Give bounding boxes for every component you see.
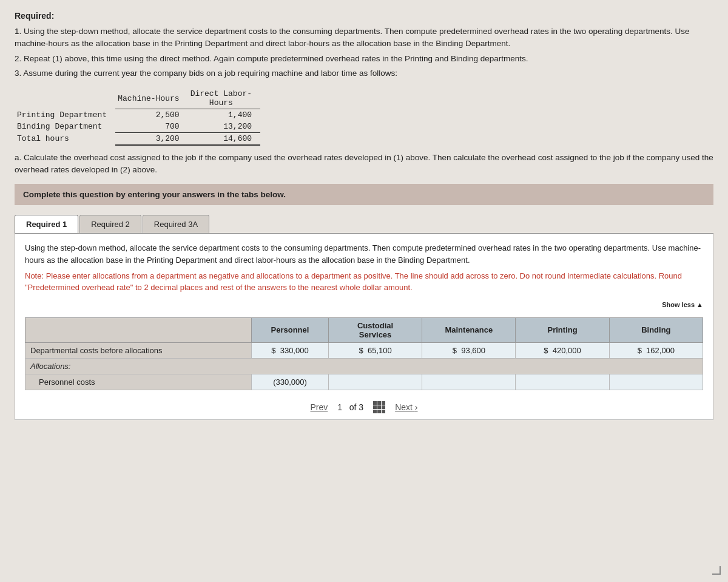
alloc-col-header-printing: Printing [516,317,609,342]
personnel-costs-maintenance[interactable] [422,374,516,390]
row-label-binding: Binding Department [15,121,115,133]
tab-description: Using the step-down method, allocate the… [25,242,703,266]
show-less-button[interactable]: Show less ▲ [25,296,703,311]
job-table-header: Machine-Hours Direct Labor-Hours [15,88,260,109]
printing-labor-hours: 1,400 [188,109,260,121]
corner-decoration [712,566,721,575]
personnel-costs-binding[interactable] [609,374,703,390]
personnel-printing-input[interactable] [538,377,587,387]
personnel-costs-personnel: (330,000) [251,374,328,390]
binding-machine-hours: 700 [115,121,187,133]
job-row-printing: Printing Department 2,500 1,400 [15,109,260,121]
col-direct-labor: Direct Labor-Hours [188,88,260,109]
dept-costs-label: Departmental costs before allocations [25,342,252,358]
binding-labor-hours: 13,200 [188,121,260,133]
col-machine-hours: Machine-Hours [115,88,187,109]
job-table-wrapper: Machine-Hours Direct Labor-Hours Printin… [15,88,713,146]
dept-costs-maintenance: $ 93,600 [422,342,516,358]
tab-content: Using the step-down method, allocate the… [15,234,713,420]
alloc-col-header-maintenance: Maintenance [422,317,516,342]
next-chevron: › [415,402,418,412]
personnel-binding-input[interactable] [632,377,680,387]
personnel-costs-printing[interactable] [516,374,609,390]
prev-button[interactable]: Prev [311,402,328,412]
alloc-table-wrapper: Personnel CustodialServices Maintenance … [25,317,703,390]
tab-required-1[interactable]: Required 1 [15,215,78,233]
tab-note: Note: Please enter allocations from a de… [25,270,703,294]
allocations-section-label: Allocations: [25,358,703,374]
tab-required-3a[interactable]: Required 3A [143,215,209,233]
page-container: Required: 1. Using the step-down method,… [0,0,728,582]
intro-point2: 2. Repeat (1) above, this time using the… [15,53,713,65]
page-of [345,402,347,412]
instruction-box: Complete this question by entering your … [15,184,713,205]
dept-costs-custodial: $ 65,100 [328,342,422,358]
total-labor-hours: 14,600 [188,133,260,146]
next-button[interactable]: Next › [395,402,417,412]
alloc-row-section-header: Allocations: [25,358,703,374]
row-label-printing: Printing Department [15,109,115,121]
dept-costs-personnel: $ 330,000 [251,342,328,358]
page-info: 1 of 3 [337,402,363,412]
job-table: Machine-Hours Direct Labor-Hours Printin… [15,88,260,146]
alloc-table: Personnel CustodialServices Maintenance … [25,317,703,390]
grid-icon [373,401,385,413]
personnel-costs-label: Personnel costs [25,374,252,390]
job-row-binding: Binding Department 700 13,200 [15,121,260,133]
printing-machine-hours: 2,500 [115,109,187,121]
alloc-col-header-label [25,317,252,342]
pagination: Prev 1 of 3 Next › [25,401,703,413]
intro-text: 1. Using the step-down method, allocate … [15,25,713,80]
required-label: Required: [15,11,713,21]
page-of-label: of 3 [349,402,363,412]
alloc-row-dept-costs: Departmental costs before allocations $ … [25,342,703,358]
next-label: Next [395,402,413,412]
alloc-col-header-personnel: Personnel [251,317,328,342]
dept-costs-printing: $ 420,000 [516,342,609,358]
tab-required-2[interactable]: Required 2 [79,215,141,233]
alloc-table-header-row: Personnel CustodialServices Maintenance … [25,317,703,342]
page-current: 1 [337,402,342,412]
job-row-total: Total hours 3,200 14,600 [15,133,260,146]
row-label-total: Total hours [15,133,115,146]
tabs-row: Required 1 Required 2 Required 3A [15,215,713,234]
personnel-maintenance-input[interactable] [445,377,493,387]
note-a: a. Calculate the overhead cost assigned … [15,152,713,177]
alloc-col-header-binding: Binding [609,317,703,342]
dept-costs-binding: $ 162,000 [609,342,703,358]
intro-point1: 1. Using the step-down method, allocate … [15,25,713,50]
alloc-row-personnel-costs: Personnel costs (330,000) [25,374,703,390]
personnel-custodial-input[interactable] [351,377,400,387]
total-machine-hours: 3,200 [115,133,187,146]
personnel-costs-custodial[interactable] [328,374,422,390]
alloc-col-header-custodial: CustodialServices [328,317,422,342]
intro-point3: 3. Assume during the current year the co… [15,67,713,80]
